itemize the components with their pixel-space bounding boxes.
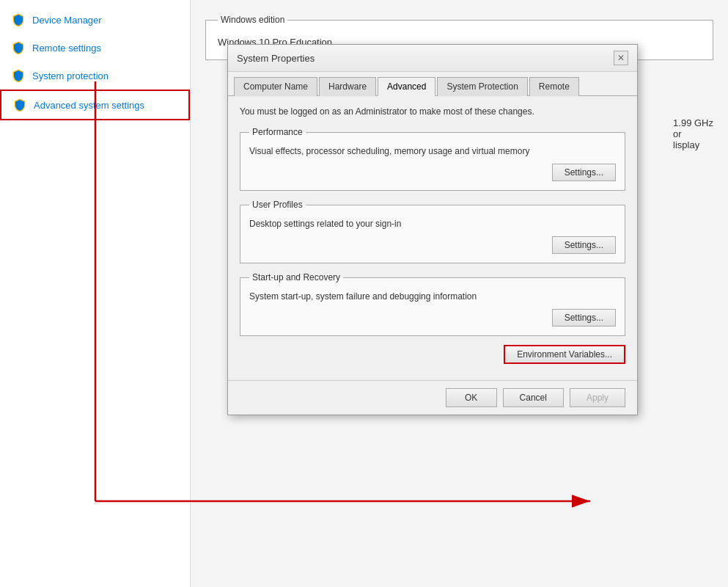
left-panel: Device Manager Remote settings System pr… <box>0 0 191 587</box>
tab-remote[interactable]: Remote <box>529 77 579 96</box>
tab-computer-name[interactable]: Computer Name <box>234 77 317 96</box>
sidebar-item-device-manager-label: Device Manager <box>32 15 102 26</box>
admin-note: You must be logged on as an Administrato… <box>240 106 625 117</box>
sidebar-item-remote-settings[interactable]: Remote settings <box>0 34 190 62</box>
sidebar-item-advanced-system-settings[interactable]: Advanced system settings <box>0 90 190 120</box>
dialog-title: System Properties <box>237 53 315 64</box>
startup-recovery-desc: System start-up, system failure and debu… <box>249 291 616 302</box>
shield-icon-remote <box>12 41 25 54</box>
sidebar-item-system-protection-label: System protection <box>32 70 109 81</box>
tabs-bar: Computer Name Hardware Advanced System P… <box>228 72 637 96</box>
user-profiles-section: User Profiles Desktop settings related t… <box>240 200 625 263</box>
shield-icon-sysprot <box>12 69 25 82</box>
dialog-close-button[interactable]: ✕ <box>614 51 628 65</box>
user-profiles-desc: Desktop settings related to your sign-in <box>249 219 616 229</box>
env-vars-row: Environment Variables... <box>240 345 625 364</box>
sidebar-item-system-protection[interactable]: System protection <box>0 62 190 90</box>
cancel-button[interactable]: Cancel <box>503 388 564 407</box>
shield-icon <box>12 13 25 26</box>
apply-button[interactable]: Apply <box>570 388 625 407</box>
performance-legend: Performance <box>249 127 306 137</box>
user-profiles-legend: User Profiles <box>249 200 306 210</box>
startup-recovery-section: Start-up and Recovery System start-up, s… <box>240 272 625 336</box>
sidebar-item-device-manager[interactable]: Device Manager <box>0 6 190 34</box>
user-profiles-settings-button[interactable]: Settings... <box>552 236 616 254</box>
sidebar-item-advanced-system-settings-label: Advanced system settings <box>34 100 144 111</box>
environment-variables-button[interactable]: Environment Variables... <box>504 345 625 364</box>
tab-advanced[interactable]: Advanced <box>378 77 435 96</box>
dialog-footer: OK Cancel Apply <box>228 380 637 415</box>
ok-button[interactable]: OK <box>446 388 497 407</box>
dialog-titlebar: System Properties ✕ <box>228 45 637 72</box>
tab-hardware[interactable]: Hardware <box>319 77 376 96</box>
sidebar-item-remote-settings-label: Remote settings <box>32 43 101 54</box>
startup-recovery-legend: Start-up and Recovery <box>249 272 343 282</box>
shield-icon-advanced <box>13 98 26 112</box>
dialog-overlay: System Properties ✕ Computer Name Hardwa… <box>191 0 728 587</box>
startup-recovery-settings-button[interactable]: Settings... <box>552 309 616 327</box>
system-properties-dialog: System Properties ✕ Computer Name Hardwa… <box>227 44 638 415</box>
performance-section: Performance Visual effects, processor sc… <box>240 127 625 191</box>
performance-desc: Visual effects, processor scheduling, me… <box>249 146 616 156</box>
tab-system-protection[interactable]: System Protection <box>437 77 527 96</box>
dialog-body: You must be logged on as an Administrato… <box>228 96 637 380</box>
performance-settings-button[interactable]: Settings... <box>552 164 616 181</box>
